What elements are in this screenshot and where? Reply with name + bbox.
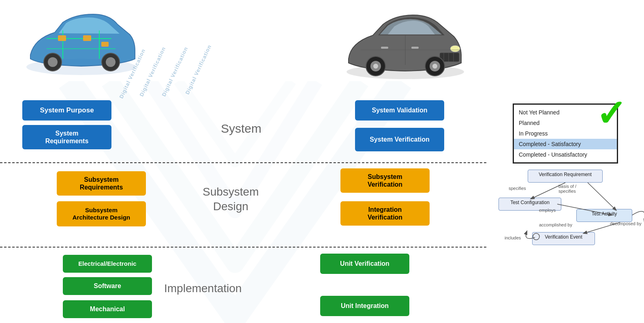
svg-point-23 — [432, 64, 437, 69]
svg-point-2 — [48, 57, 58, 67]
svg-rect-9 — [58, 35, 66, 41]
svg-point-4 — [106, 57, 116, 67]
car-right-image — [342, 6, 468, 81]
section-label-implementation: Implementation — [164, 282, 242, 295]
label-basis-of: basis of /specifies — [558, 184, 576, 194]
svg-line-30 — [557, 204, 612, 215]
unit-verification-box: Unit Verification — [320, 254, 409, 274]
svg-point-17 — [450, 45, 460, 52]
section-label-subsystem: SubsystemDesign — [203, 185, 259, 214]
label-specifies: specifies — [509, 186, 526, 191]
system-verification-box: System Verification — [355, 128, 444, 151]
svg-point-32 — [533, 233, 539, 240]
subsystem-architecture-design-box: SubsystemArchitecture Design — [57, 201, 146, 226]
system-validation-box: System Validation — [355, 100, 444, 121]
svg-rect-11 — [101, 42, 109, 47]
svg-point-20 — [373, 64, 378, 69]
system-purpose-box: System Purpose — [22, 100, 111, 121]
mechanical-box: Mechanical — [63, 300, 152, 318]
car-left-image — [22, 6, 140, 77]
status-completed-unsatisfactory[interactable]: Completed - Unsatisfactory — [514, 149, 617, 160]
section-label-system: System — [221, 122, 261, 136]
svg-rect-26 — [411, 47, 419, 49]
subsystem-requirements-box: SubsystemRequirements — [57, 171, 146, 196]
label-includes: includes — [505, 235, 521, 240]
checkmark-icon: ✓ — [596, 95, 626, 132]
svg-rect-27 — [381, 47, 388, 49]
software-box: Software — [63, 277, 152, 295]
label-accomplished-by: accomplished by — [539, 222, 572, 227]
label-decomposed-by: decomposed by — [610, 221, 642, 226]
dashed-line-1 — [0, 162, 486, 163]
dashed-line-2 — [0, 247, 486, 248]
system-requirements-box: SystemRequirements — [22, 125, 111, 149]
status-completed-satisfactory[interactable]: Completed - Satisfactory — [514, 139, 617, 149]
integration-verification-box: IntegrationVerification — [340, 201, 430, 226]
svg-line-29 — [588, 183, 616, 210]
electrical-electronic-box: Electrical/Electronic — [63, 255, 152, 273]
label-employs: employs — [539, 208, 556, 213]
subsystem-verification-box: SubsystemVerification — [340, 168, 430, 193]
unit-integration-box: Unit Integration — [320, 296, 409, 316]
svg-rect-10 — [83, 35, 91, 41]
